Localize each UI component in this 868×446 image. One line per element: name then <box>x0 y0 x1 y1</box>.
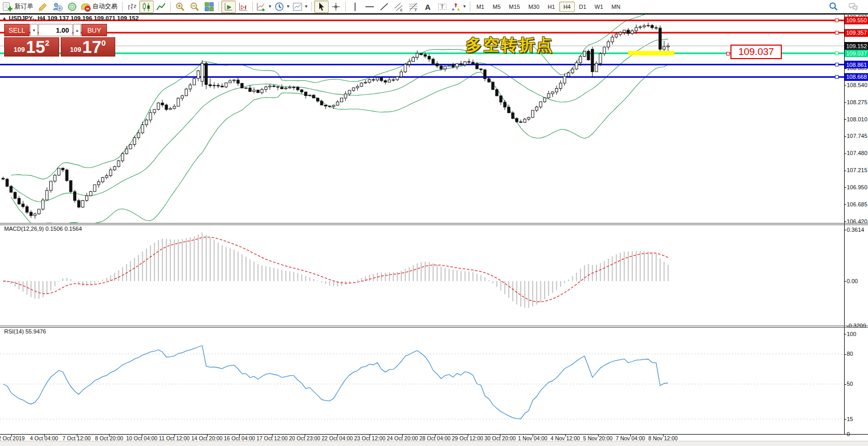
line-price-badge: 109.037 <box>845 49 868 57</box>
line-handle[interactable] <box>835 75 838 78</box>
bar-chart-icon <box>127 2 137 12</box>
news-button[interactable] <box>65 1 79 13</box>
toolbar-separator <box>470 2 470 11</box>
toolbar: 新订单自动交易▼▼▼EFAT▼M1M5M15M30H1H4D1W1MN <box>0 0 868 13</box>
timeframe-m15[interactable]: M15 <box>505 2 524 12</box>
cursor-button[interactable] <box>314 1 329 13</box>
fibonacci-button[interactable]: F <box>406 1 421 13</box>
line-handle[interactable] <box>835 63 838 66</box>
text-button[interactable]: A <box>421 1 435 13</box>
arrows-icon <box>451 2 461 12</box>
toolbar-right <box>826 1 866 13</box>
sell-price-sup: 2 <box>45 38 49 47</box>
axis-tick-label: 108.010 <box>847 116 867 122</box>
trendline-button[interactable] <box>377 1 391 13</box>
buy-price-button[interactable]: 109 17 0 <box>61 37 116 57</box>
chart-shift-button[interactable] <box>236 1 250 13</box>
search-button[interactable] <box>826 1 840 13</box>
chevron-down-icon[interactable]: ▼ <box>463 4 467 9</box>
crosshair-icon <box>331 2 341 12</box>
indicators-button[interactable]: ▼ <box>255 1 273 13</box>
svg-text:E: E <box>400 8 403 12</box>
chat-button[interactable] <box>846 1 860 13</box>
timeframe-h4[interactable]: H4 <box>559 2 575 12</box>
periods-button[interactable]: ▼ <box>273 1 291 13</box>
timeframe-m1[interactable]: M1 <box>472 2 489 12</box>
rsi-axis-label: 80 <box>847 351 853 357</box>
volume-decrement-button[interactable]: ▼ <box>30 24 38 36</box>
line-handle[interactable] <box>835 52 838 55</box>
candlestick-button[interactable] <box>139 1 154 13</box>
macd-axis-label: 0.00 <box>847 278 858 284</box>
horizontal-line-button[interactable] <box>362 1 377 13</box>
new-order-button[interactable]: 新订单 <box>2 1 36 13</box>
timeframe-mn[interactable]: MN <box>607 2 625 12</box>
line-chart-button[interactable] <box>154 1 168 13</box>
chevron-down-icon[interactable]: ▼ <box>304 4 308 9</box>
channel-button[interactable]: E <box>391 1 406 13</box>
chevron-down-icon[interactable]: ▼ <box>286 4 290 9</box>
svg-text:F: F <box>415 8 417 12</box>
axis-tick-label: 106.685 <box>847 201 867 207</box>
tile-windows-button[interactable] <box>202 1 216 13</box>
styler-button[interactable] <box>36 1 50 13</box>
templates-button[interactable]: ▼ <box>291 1 309 13</box>
crosshair-button[interactable] <box>329 1 343 13</box>
timeframe-m30[interactable]: M30 <box>524 2 544 12</box>
timeframe-h1[interactable]: H1 <box>544 2 559 12</box>
new-order-button-label: 新订单 <box>14 2 35 11</box>
timeframe-m5[interactable]: M5 <box>489 2 505 12</box>
yellow-highlight-bar <box>628 51 674 55</box>
axis-tick-label: 107.480 <box>847 150 867 156</box>
svg-text:A: A <box>425 2 430 11</box>
zoom-in-button[interactable] <box>173 1 187 13</box>
macd-axis-label: 0.3614 <box>847 227 864 233</box>
timeframe-w1[interactable]: W1 <box>590 2 607 12</box>
symbol-period: USDJPY-, H4 <box>9 15 45 21</box>
autotrading-icon <box>80 2 91 12</box>
sell-button[interactable]: SELL <box>4 24 30 36</box>
bottom-scroll-strip[interactable] <box>0 441 868 446</box>
bar-chart-button[interactable] <box>125 1 139 13</box>
volume-input[interactable] <box>38 24 73 36</box>
toolbar-separator <box>311 2 312 11</box>
sell-price-button[interactable]: 109 15 2 <box>4 37 59 57</box>
rsi-label: RSI(14) 55.9476 <box>4 328 46 335</box>
sell-price-prefix: 109 <box>13 46 25 53</box>
timeframe-d1[interactable]: D1 <box>575 2 590 12</box>
profiles-button[interactable] <box>50 1 65 13</box>
macd-splitter[interactable] <box>0 223 868 224</box>
profiles-icon <box>52 2 63 12</box>
volume-increment-button[interactable]: ▲ <box>73 24 81 36</box>
chart-annotation-text[interactable]: 多空转折点 <box>466 34 554 56</box>
buy-price-big: 17 <box>83 39 102 55</box>
line-chart-icon <box>156 2 166 12</box>
price-callout-box[interactable]: 109.037 <box>730 45 782 59</box>
rsi-splitter-line2[interactable] <box>0 327 868 328</box>
buy-button[interactable]: BUY <box>82 24 107 36</box>
horizontal-line-icon <box>364 2 375 12</box>
autotrading-button[interactable]: 自动交易 <box>79 1 120 13</box>
line-handle[interactable] <box>835 31 838 34</box>
line-price-badge: 109.550 <box>845 17 868 24</box>
line-price-badge: 108.861 <box>845 61 868 68</box>
autoscroll-button[interactable] <box>221 1 236 13</box>
rsi-axis-label: 15 <box>847 416 853 422</box>
chevron-down-icon[interactable]: ▼ <box>268 4 272 9</box>
label-button[interactable]: T <box>435 1 450 13</box>
line-handle[interactable] <box>835 19 838 22</box>
svg-text:T: T <box>441 4 444 9</box>
rsi-axis-label: 100 <box>847 331 856 337</box>
buy-price-prefix: 109 <box>70 46 82 53</box>
arrows-button[interactable]: ▼ <box>450 1 468 13</box>
zoom-out-button[interactable] <box>187 1 202 13</box>
crayon-icon <box>38 2 48 12</box>
macd-splitter-line2[interactable] <box>0 225 868 225</box>
rsi-axis-label: 50 <box>847 381 853 387</box>
trading-terminal: 新订单自动交易▼▼▼EFAT▼M1M5M15M30H1H4D1W1MN 109.… <box>0 0 868 446</box>
callout-anchor-handle[interactable] <box>726 52 730 55</box>
vertical-line-icon <box>350 2 360 12</box>
candlestick-icon <box>141 2 152 12</box>
vertical-line-button[interactable] <box>348 1 362 13</box>
rsi-splitter[interactable] <box>0 326 868 326</box>
